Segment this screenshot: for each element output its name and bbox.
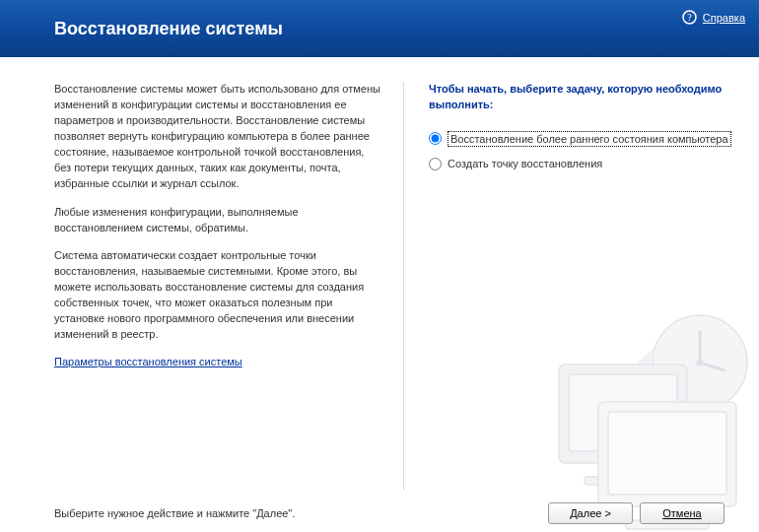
radio-restore-label: Восстановление более раннего состояния к… [448,131,731,147]
next-button[interactable]: Далее > [548,502,633,524]
task-prompt: Чтобы начать, выберите задачу, которую н… [429,82,739,113]
restore-settings-link[interactable]: Параметры восстановления системы [54,356,242,367]
task-panel: Чтобы начать, выберите задачу, которую н… [404,82,759,491]
intro-paragraph-2: Любые изменения конфигурации, выполняемы… [54,205,383,236]
radio-create-input[interactable] [429,158,442,170]
radio-option-restore[interactable]: Восстановление более раннего состояния к… [429,131,739,147]
intro-paragraph-3: Система автоматически создает контрольны… [54,248,383,343]
svg-point-5 [697,360,703,366]
footer-bar: Выберите нужное действие и нажмите "Дале… [0,502,759,524]
help-link[interactable]: Справка [703,12,745,24]
button-group: Далее > Отмена [548,502,724,524]
description-panel: Восстановление системы может быть исполь… [0,82,404,491]
radio-option-create[interactable]: Создать точку восстановления [429,157,739,170]
radio-create-label: Создать точку восстановления [448,157,602,170]
svg-text:?: ? [687,12,692,23]
window-header: Восстановление системы ? Справка [0,0,759,57]
cancel-button[interactable]: Отмена [640,502,724,524]
radio-restore-input[interactable] [429,132,442,145]
task-radio-group: Восстановление более раннего состояния к… [429,131,739,171]
help-icon[interactable]: ? [682,10,697,25]
help-area: ? Справка [682,10,745,25]
intro-paragraph-1: Восстановление системы может быть исполь… [54,82,383,192]
monitor-clock-illustration [508,303,759,532]
footer-hint: Выберите нужное действие и нажмите "Дале… [54,507,295,519]
content-area: Восстановление системы может быть исполь… [0,57,759,491]
svg-rect-11 [608,412,726,495]
page-title: Восстановление системы [54,19,283,39]
